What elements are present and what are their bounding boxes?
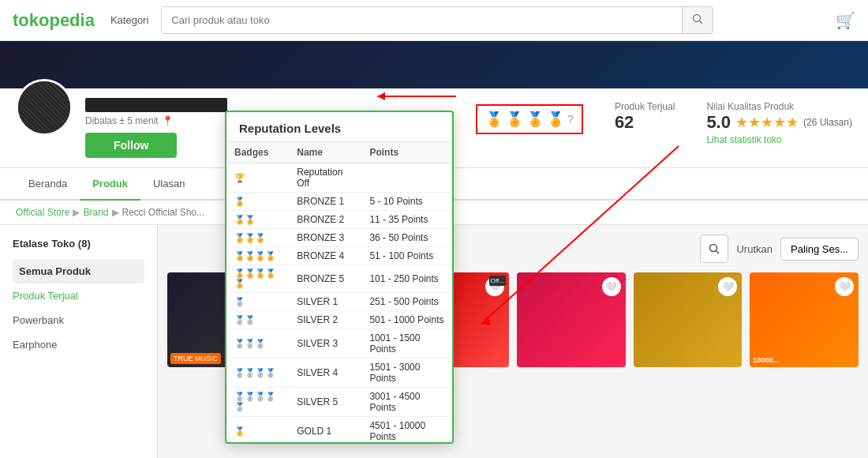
reputation-row: 🏆 Reputation Off: [226, 163, 452, 193]
sidebar-item-powerbank[interactable]: Powerbank: [13, 308, 144, 332]
wishlist-4[interactable]: 🤍: [602, 277, 621, 296]
product-card-4: 🤍: [517, 272, 626, 367]
breadcrumb-official-store[interactable]: Official Store: [16, 207, 69, 218]
cart-icon[interactable]: 🛒: [836, 11, 855, 30]
rep-points-3: 36 - 50 Points: [361, 229, 452, 247]
reputation-row: 🥈 SILVER 1 251 - 500 Points: [226, 293, 452, 311]
search-button[interactable]: [682, 7, 713, 33]
wishlist-5[interactable]: 🤍: [718, 277, 737, 296]
follow-button[interactable]: Follow: [85, 133, 177, 158]
rating-row: 5.0 ★★★★★ (26 Ulasan): [706, 112, 852, 133]
help-icon[interactable]: ?: [567, 113, 574, 126]
reputation-row: 🥈🥈🥈🥈 SILVER 4 1501 - 3000 Points: [226, 359, 452, 388]
rep-badges-2: 🏅🏅: [226, 211, 289, 229]
reputation-row: 🥈🥈🥈 SILVER 3 1001 - 1500 Points: [226, 329, 452, 359]
rep-name-3: BRONZE 3: [289, 229, 361, 247]
rep-points-8: 1001 - 1500 Points: [361, 329, 452, 359]
lihat-statistik[interactable]: Lihat statistik toko: [706, 134, 852, 145]
product-img-6: 🤍 10000...: [750, 272, 859, 367]
sidebar: Etalase Toko (8) Semua Produk Produk Ter…: [0, 225, 158, 458]
sidebar-item-terjual[interactable]: Produk Terjual: [13, 283, 144, 308]
sidebar-item-semua[interactable]: Semua Produk: [13, 259, 144, 283]
breadcrumb-brand[interactable]: Brand: [83, 207, 108, 218]
product-img-5: 🤍: [634, 272, 743, 367]
rep-points-10: 3001 - 4500 Points: [361, 388, 452, 417]
rep-badges-1: 🏅: [226, 193, 289, 211]
rep-badges-9: 🥈🥈🥈🥈: [226, 359, 289, 388]
rep-badges-4: 🏅🏅🏅🏅: [226, 247, 289, 265]
rep-points-0: [361, 163, 452, 193]
rep-points-5: 101 - 250 Points: [361, 265, 452, 293]
svg-point-0: [694, 15, 701, 22]
rep-name-1: BRONZE 1: [289, 193, 361, 211]
store-banner: [0, 41, 868, 88]
rep-badges-3: 🏅🏅🏅: [226, 229, 289, 247]
rep-name-10: SILVER 5: [289, 388, 361, 417]
rep-name-8: SILVER 3: [289, 329, 361, 359]
rep-points-11: 4501 - 10000 Points: [361, 417, 452, 443]
svg-line-3: [716, 251, 720, 254]
sort-label: Urutkan: [736, 243, 773, 255]
rep-badges-10: 🥈🥈🥈🥈🥈: [226, 388, 289, 417]
produk-terjual-label: Produk Terjual: [615, 101, 675, 112]
rep-name-2: BRONZE 2: [289, 211, 361, 229]
reputation-row: 🥇 GOLD 1 4501 - 10000 Points: [226, 417, 452, 443]
kualitas-label: Nilai Kualitas Produk: [706, 101, 852, 112]
sidebar-title: Etalase Toko (8): [13, 238, 144, 250]
rep-points-2: 11 - 35 Points: [361, 211, 452, 229]
rep-name-11: GOLD 1: [289, 417, 361, 443]
rating-block: Nilai Kualitas Produk 5.0 ★★★★★ (26 Ulas…: [706, 101, 852, 145]
rep-points-6: 251 - 500 Points: [361, 293, 452, 311]
reputation-row: 🏅 BRONZE 1 5 - 10 Points: [226, 193, 452, 211]
tab-produk[interactable]: Produk: [80, 168, 140, 201]
produk-terjual-block: Produk Terjual 62: [615, 101, 675, 133]
header: tokopedia Kategori 🛒: [0, 0, 868, 41]
rep-name-4: BRONZE 4: [289, 247, 361, 265]
badge-3: 🏅: [526, 111, 544, 128]
product-img-4: 🤍: [517, 272, 626, 367]
logo: tokopedia: [13, 10, 95, 31]
rep-name-9: SILVER 4: [289, 359, 361, 388]
rep-points-7: 501 - 1000 Points: [361, 311, 452, 329]
reputation-row: 🏅🏅 BRONZE 2 11 - 35 Points: [226, 211, 452, 229]
rep-name-0: Reputation Off: [289, 163, 361, 193]
tab-beranda[interactable]: Beranda: [16, 168, 80, 201]
product-card-5: 🤍: [634, 272, 743, 367]
rep-badges-11: 🥇: [226, 417, 289, 443]
col-name: Name: [289, 142, 361, 163]
tab-ulasan[interactable]: Ulasan: [140, 168, 197, 201]
rep-badges-5: 🏅🏅🏅🏅🏅: [226, 265, 289, 293]
svg-line-1: [700, 21, 703, 24]
badge-1: 🏅: [485, 111, 503, 128]
wishlist-6[interactable]: 🤍: [835, 277, 854, 296]
rep-badges-8: 🥈🥈🥈: [226, 329, 289, 359]
svg-point-2: [710, 245, 717, 252]
reputation-row: 🏅🏅🏅🏅 BRONZE 4 51 - 100 Points: [226, 247, 452, 265]
location-icon: 📍: [162, 115, 174, 126]
reputation-popup: Reputation Levels Badges Name Points 🏆 R…: [225, 111, 454, 444]
nav-kategori[interactable]: Kategori: [110, 14, 148, 26]
store-name: [85, 98, 227, 112]
reputation-row: 🥈🥈🥈🥈🥈 SILVER 5 3001 - 4500 Points: [226, 388, 452, 417]
rep-name-7: SILVER 2: [289, 311, 361, 329]
breadcrumb-current: Recci Official Sho...: [122, 207, 204, 218]
breadcrumb-arrow-2: ▶: [112, 207, 119, 218]
badge-4: 🏅: [547, 111, 564, 128]
sidebar-item-earphone[interactable]: Earphone: [13, 332, 144, 357]
store-stats: Produk Terjual 62 Nilai Kualitas Produk …: [615, 101, 852, 145]
avatar: [16, 79, 73, 136]
col-badges: Badges: [226, 142, 289, 163]
rep-badges-7: 🥈🥈: [226, 311, 289, 329]
reputation-row: 🥈🥈 SILVER 2 501 - 1000 Points: [226, 311, 452, 329]
sort-button[interactable]: Paling Ses...: [780, 238, 859, 261]
produk-terjual-value: 62: [615, 112, 675, 133]
search-product-button[interactable]: [700, 235, 728, 263]
search-input[interactable]: [162, 8, 682, 32]
rep-points-9: 1501 - 3000 Points: [361, 359, 452, 388]
reputation-row: 🏅🏅🏅🏅🏅 BRONZE 5 101 - 250 Points: [226, 265, 452, 293]
stars: ★★★★★: [735, 114, 799, 131]
ulasan: (26 Ulasan): [803, 117, 852, 128]
popup-scroll[interactable]: Badges Name Points 🏆 Reputation Off 🏅 BR…: [226, 142, 452, 442]
response-time: Dibalas ± 5 menit: [85, 115, 159, 126]
rep-badges-0: 🏆: [226, 163, 289, 193]
